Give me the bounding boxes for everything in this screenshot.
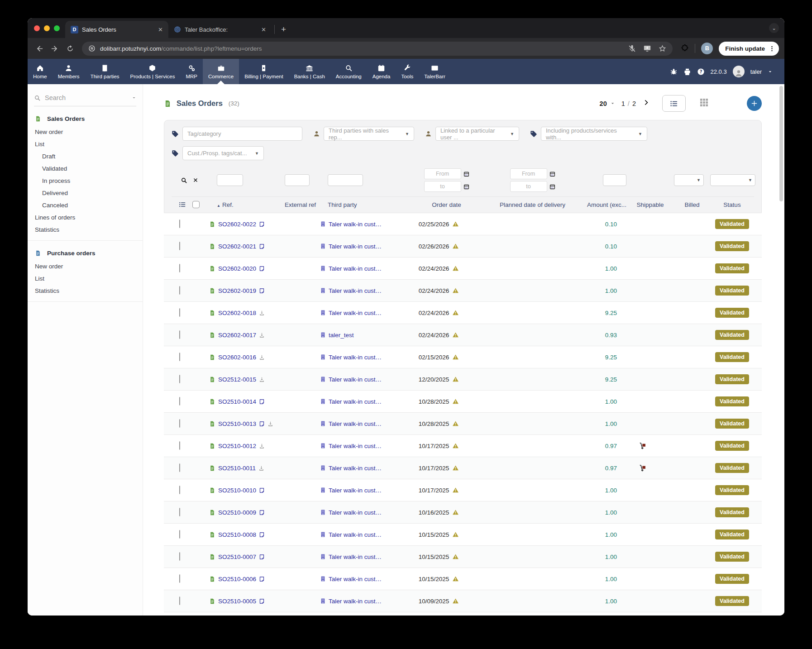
cust-prosp-tags-select[interactable]: Cust./Prosp. tags/cat...▼ xyxy=(182,146,264,160)
install-app-icon[interactable] xyxy=(643,44,651,52)
products-services-select[interactable]: Including products/services with...▼ xyxy=(541,127,647,141)
third-party-link[interactable]: Taler walk-in cust… xyxy=(320,554,401,560)
calendar-icon[interactable] xyxy=(463,184,469,190)
sidebar-item-draft[interactable]: Draft xyxy=(28,150,143,162)
nav-item-home[interactable]: Home xyxy=(28,59,53,84)
order-ref-link[interactable]: SO2602-0018 xyxy=(209,310,277,316)
tab-close-icon[interactable]: ✕ xyxy=(158,26,163,33)
search-third-party-input[interactable] xyxy=(328,174,363,186)
search-billed-select[interactable]: ▼ xyxy=(674,174,704,186)
user-avatar[interactable] xyxy=(733,66,745,77)
extensions-icon[interactable] xyxy=(681,44,689,52)
row-checkbox[interactable] xyxy=(179,552,180,561)
sidebar-item-validated[interactable]: Validated xyxy=(28,162,143,175)
sidebar-item-new-order[interactable]: New order xyxy=(28,126,143,138)
download-icon[interactable] xyxy=(259,332,265,338)
row-checkbox[interactable] xyxy=(179,463,180,472)
sidebar-item-statistics[interactable]: Statistics xyxy=(28,224,143,236)
clear-search-icon[interactable] xyxy=(193,177,198,183)
third-party-link[interactable]: Taler walk-in cust… xyxy=(320,531,401,538)
order-ref-link[interactable]: SO2602-0020 xyxy=(209,265,277,272)
note-icon[interactable] xyxy=(259,288,265,294)
note-icon[interactable] xyxy=(259,598,265,604)
tab-search-button[interactable]: ⌄ xyxy=(769,23,779,33)
note-icon[interactable] xyxy=(259,532,265,538)
sidebar-item-statistics[interactable]: Statistics xyxy=(28,285,143,297)
sidebar-item-new-order[interactable]: New order xyxy=(28,260,143,272)
page-size-select[interactable]: 20 xyxy=(600,100,615,107)
page-scrollbar[interactable] xyxy=(779,86,783,201)
search-ref-input[interactable] xyxy=(217,174,243,186)
order-ref-link[interactable]: SO2602-0022 xyxy=(209,221,277,228)
search-external-ref-input[interactable] xyxy=(285,174,310,186)
site-settings-icon[interactable] xyxy=(88,45,96,52)
order-ref-link[interactable]: SO2602-0021 xyxy=(209,243,277,250)
order-ref-link[interactable]: SO2512-0015 xyxy=(209,376,277,383)
third-party-link[interactable]: Taler walk-in cust… xyxy=(320,265,401,272)
bug-report-icon[interactable] xyxy=(670,68,678,76)
row-checkbox[interactable] xyxy=(179,597,180,605)
row-checkbox[interactable] xyxy=(179,330,180,339)
sidebar-section-title[interactable]: Purchase orders xyxy=(28,248,143,260)
nav-item-products-services[interactable]: Products | Services xyxy=(125,59,181,84)
chrome-menu-icon[interactable] xyxy=(769,45,775,52)
header-planned-date[interactable]: Planned date of delivery xyxy=(484,201,581,208)
order-date-from-input[interactable]: From xyxy=(424,168,461,179)
close-window-button[interactable] xyxy=(34,25,40,31)
row-checkbox[interactable] xyxy=(179,508,180,516)
note-icon[interactable] xyxy=(259,243,265,249)
order-ref-link[interactable]: SO2510-0008 xyxy=(209,531,277,538)
row-checkbox[interactable] xyxy=(179,441,180,450)
third-party-link[interactable]: Taler walk-in cust… xyxy=(320,420,401,427)
address-bar[interactable]: dolibarr.potuzhnyi.com/commande/list.php… xyxy=(82,42,673,56)
search-amount-input[interactable] xyxy=(603,174,626,186)
note-icon[interactable] xyxy=(259,266,265,272)
mic-blocked-icon[interactable] xyxy=(628,45,636,52)
search-status-select[interactable]: ▼ xyxy=(710,174,755,186)
linked-user-select[interactable]: Linked to a particular user ...▼ xyxy=(435,127,519,141)
maximize-window-button[interactable] xyxy=(54,25,60,31)
nav-item-banks-cash[interactable]: Banks | Cash xyxy=(289,59,330,84)
row-checkbox[interactable] xyxy=(179,220,180,228)
nav-item-third-parties[interactable]: Third parties xyxy=(85,59,125,84)
note-icon[interactable] xyxy=(259,221,265,227)
nav-item-commerce[interactable]: Commerce xyxy=(203,59,239,84)
tab-close-icon[interactable]: ✕ xyxy=(261,26,266,33)
new-tab-button[interactable]: + xyxy=(281,24,286,34)
note-icon[interactable] xyxy=(259,554,265,560)
minimize-window-button[interactable] xyxy=(44,25,50,31)
tab-taler-backoffice[interactable]: Taler Backoffice: ✕ xyxy=(168,21,272,38)
order-ref-link[interactable]: SO2510-0009 xyxy=(209,509,277,516)
note-icon[interactable] xyxy=(259,487,265,493)
header-ref[interactable]: ▲Ref. xyxy=(217,201,285,208)
header-amount[interactable]: Amount (exc... xyxy=(581,201,626,208)
header-billed[interactable]: Billed xyxy=(674,201,710,208)
third-party-link[interactable]: Taler walk-in cust… xyxy=(320,487,401,494)
row-checkbox[interactable] xyxy=(179,486,180,494)
search-caret-icon[interactable] xyxy=(132,95,136,100)
note-icon[interactable] xyxy=(259,421,265,427)
tab-sales-orders[interactable]: D Sales Orders ✕ xyxy=(65,21,168,38)
header-external-ref[interactable]: External ref xyxy=(285,201,328,208)
tag-category-input[interactable]: Tag/category xyxy=(182,127,302,141)
user-name[interactable]: taler xyxy=(750,68,762,75)
nav-item-billing-payment[interactable]: Billing | Payment xyxy=(239,59,288,84)
calendar-icon[interactable] xyxy=(463,171,469,177)
nav-item-talerbarr[interactable]: TalerBarr xyxy=(419,59,451,84)
order-ref-link[interactable]: SO2510-0010 xyxy=(209,487,277,494)
third-party-link[interactable]: Taler walk-in cust… xyxy=(320,310,401,316)
note-icon[interactable] xyxy=(259,510,265,515)
sales-rep-select[interactable]: Third parties with sales rep...▼ xyxy=(324,127,414,141)
order-ref-link[interactable]: SO2602-0016 xyxy=(209,354,277,361)
forward-icon[interactable] xyxy=(48,44,61,53)
sidebar-item-lines-of-orders[interactable]: Lines of orders xyxy=(28,211,143,224)
sidebar-item-list[interactable]: List xyxy=(28,272,143,285)
sidebar-item-in-process[interactable]: In process xyxy=(28,175,143,187)
nav-item-members[interactable]: Members xyxy=(53,59,85,84)
third-party-link[interactable]: Taler walk-in cust… xyxy=(320,376,401,383)
row-checkbox[interactable] xyxy=(179,353,180,361)
header-status[interactable]: Status xyxy=(710,201,754,208)
download-icon[interactable] xyxy=(259,310,265,316)
sidebar-section-title[interactable]: Sales Orders xyxy=(28,114,143,126)
next-page-button[interactable] xyxy=(643,99,650,108)
